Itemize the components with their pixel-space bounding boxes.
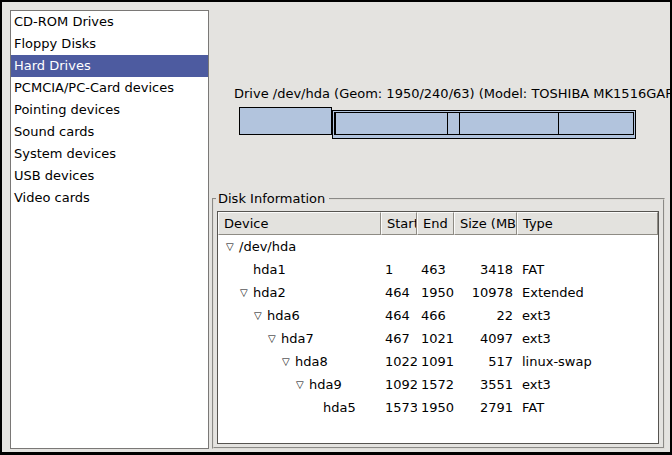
size-cell: 10978 <box>454 281 517 304</box>
table-row--dev-hda[interactable]: ▽/dev/hda <box>218 235 658 258</box>
type-cell <box>517 235 658 258</box>
partition-segment-hda7 <box>335 112 448 135</box>
table-row-hda8[interactable]: ▽hda810221091517linux-swap <box>218 350 658 373</box>
sidebar-item[interactable]: Floppy Disks <box>11 33 208 55</box>
end-cell: 1572 <box>417 373 454 396</box>
partition-segment-hda5 <box>558 112 634 135</box>
sidebar-item[interactable]: USB devices <box>11 165 208 187</box>
type-cell: linux-swap <box>517 350 658 373</box>
size-cell: 22 <box>454 304 517 327</box>
sidebar-item[interactable]: CD-ROM Drives <box>11 11 208 33</box>
device-name: hda9 <box>309 373 342 396</box>
partition-bar <box>239 107 636 140</box>
sidebar-item[interactable]: Sound cards <box>11 121 208 143</box>
device-name: hda2 <box>253 281 286 304</box>
type-cell: ext3 <box>517 304 658 327</box>
device-cell: ▽hda2 <box>218 281 381 304</box>
expander-icon[interactable]: ▽ <box>240 281 253 304</box>
device-cell: ▽hda9 <box>218 373 381 396</box>
column-header-type[interactable]: Type <box>517 212 658 235</box>
expander-icon[interactable]: ▽ <box>226 235 239 258</box>
device-cell: ▽hda7 <box>218 327 381 350</box>
device-cell: hda5 <box>218 396 381 419</box>
sidebar-item[interactable]: PCMCIA/PC-Card devices <box>11 77 208 99</box>
start-cell: 1092 <box>381 373 417 396</box>
logical-partition-strip <box>334 112 634 135</box>
table-row-hda5[interactable]: hda5157319502791FAT <box>218 396 658 419</box>
partition-table[interactable]: DeviceStartEndSize (MB)Type ▽/dev/hdahda… <box>217 211 659 444</box>
size-cell: 3418 <box>454 258 517 281</box>
sidebar-item[interactable]: System devices <box>11 143 208 165</box>
device-name: hda5 <box>323 396 356 419</box>
device-cell: hda1 <box>218 258 381 281</box>
sidebar-item[interactable]: Pointing devices <box>11 99 208 121</box>
sidebar-item[interactable]: Hard Drives <box>11 55 208 77</box>
hardware-browser-window: CD-ROM DrivesFloppy DisksHard DrivesPCMC… <box>0 0 672 455</box>
size-cell: 517 <box>454 350 517 373</box>
device-name: hda1 <box>253 258 286 281</box>
expander-icon[interactable]: ▽ <box>268 327 281 350</box>
start-cell <box>381 235 417 258</box>
partition-segment-hda9 <box>459 112 559 135</box>
start-cell: 1573 <box>381 396 417 419</box>
end-cell: 1950 <box>417 281 454 304</box>
partition-table-body: ▽/dev/hdahda114633418FAT▽hda246419501097… <box>218 235 658 419</box>
size-cell: 2791 <box>454 396 517 419</box>
start-cell: 464 <box>381 281 417 304</box>
device-name: /dev/hda <box>239 235 296 258</box>
start-cell: 1022 <box>381 350 417 373</box>
type-cell: FAT <box>517 258 658 281</box>
device-name: hda7 <box>281 327 314 350</box>
expander-icon[interactable]: ▽ <box>254 304 267 327</box>
start-cell: 464 <box>381 304 417 327</box>
start-cell: 1 <box>381 258 417 281</box>
expander-icon[interactable]: ▽ <box>296 373 309 396</box>
end-cell: 463 <box>417 258 454 281</box>
device-name: hda6 <box>267 304 300 327</box>
device-category-list[interactable]: CD-ROM DrivesFloppy DisksHard DrivesPCMC… <box>10 10 209 449</box>
end-cell: 1091 <box>417 350 454 373</box>
column-header-end[interactable]: End <box>417 212 454 235</box>
table-row-hda9[interactable]: ▽hda9109215723551ext3 <box>218 373 658 396</box>
disk-information-frame-label: Disk Information <box>216 191 329 206</box>
type-cell: ext3 <box>517 373 658 396</box>
column-header-device[interactable]: Device <box>218 212 381 235</box>
type-cell: ext3 <box>517 327 658 350</box>
start-cell: 467 <box>381 327 417 350</box>
end-cell: 1950 <box>417 396 454 419</box>
type-cell: FAT <box>517 396 658 419</box>
end-cell: 466 <box>417 304 454 327</box>
sidebar-item[interactable]: Video cards <box>11 187 208 209</box>
end-cell <box>417 235 454 258</box>
column-header-size-mb-[interactable]: Size (MB) <box>454 212 517 235</box>
device-name: hda8 <box>295 350 328 373</box>
table-row-hda1[interactable]: hda114633418FAT <box>218 258 658 281</box>
column-header-start[interactable]: Start <box>381 212 417 235</box>
size-cell: 4097 <box>454 327 517 350</box>
end-cell: 1021 <box>417 327 454 350</box>
partition-segment-extended <box>332 110 636 139</box>
table-row-hda6[interactable]: ▽hda646446622ext3 <box>218 304 658 327</box>
partition-table-header: DeviceStartEndSize (MB)Type <box>218 212 658 235</box>
table-row-hda7[interactable]: ▽hda746710214097ext3 <box>218 327 658 350</box>
table-row-hda2[interactable]: ▽hda2464195010978Extended <box>218 281 658 304</box>
drive-description-label: Drive /dev/hda (Geom: 1950/240/63) (Mode… <box>234 86 672 101</box>
size-cell <box>454 235 517 258</box>
device-cell: ▽hda8 <box>218 350 381 373</box>
size-cell: 3551 <box>454 373 517 396</box>
device-cell: ▽hda6 <box>218 304 381 327</box>
device-cell: ▽/dev/hda <box>218 235 381 258</box>
partition-segment-hda1 <box>239 107 332 135</box>
type-cell: Extended <box>517 281 658 304</box>
expander-icon[interactable]: ▽ <box>282 350 295 373</box>
